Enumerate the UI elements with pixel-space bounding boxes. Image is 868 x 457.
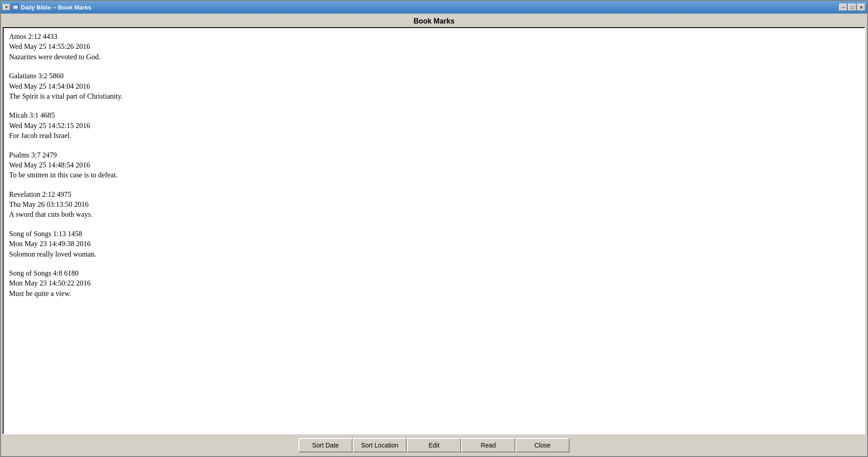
window-controls: ─ □ ✕ <box>839 4 865 11</box>
button-bar: Sort Date Sort Location Edit Read Close <box>1 434 867 456</box>
list-item[interactable]: Psalms 3:7 2479Wed May 25 14:48:54 2016T… <box>9 150 859 181</box>
edit-button[interactable]: Edit <box>407 438 461 452</box>
page-header: Book Marks <box>1 14 867 27</box>
bookmark-date: Thu May 26 03:13:50 2016 <box>9 200 859 209</box>
bookmark-note: Nazarites were devoted to God. <box>9 52 859 62</box>
bookmark-note: Must be quite a view. <box>9 289 859 299</box>
read-button[interactable]: Read <box>461 438 515 452</box>
close-button[interactable]: Close <box>515 438 570 452</box>
list-item[interactable]: Micah 3:1 4685Wed May 25 14:52:15 2016Fo… <box>9 110 859 141</box>
bookmark-date: Wed May 25 14:52:15 2016 <box>9 121 859 131</box>
list-item[interactable]: Song of Songs 1:13 1458Mon May 23 14:49:… <box>9 229 859 259</box>
bookmark-note: The Spirit is a vital part of Christiani… <box>9 91 859 101</box>
bookmark-note: A sword that cuts both ways. <box>9 209 859 219</box>
main-window: ▾ 📖 Daily Bible -- Book Marks ─ □ ✕ Book… <box>0 0 868 457</box>
bookmark-reference: Psalms 3:7 2479 <box>9 150 859 160</box>
list-item[interactable]: Galatians 3:2 5860Wed May 25 14:54:04 20… <box>9 71 859 101</box>
bookmark-note: For Jacob read Israel. <box>9 131 859 141</box>
bookmark-reference: Song of Songs 1:13 1458 <box>9 229 859 239</box>
bookmarks-list[interactable]: Amos 2:12 4433Wed May 25 14:55:26 2016Na… <box>3 27 865 434</box>
bookmark-reference: Galatians 3:2 5860 <box>9 71 859 81</box>
minimize-button[interactable]: ─ <box>839 4 847 11</box>
maximize-button[interactable]: □ <box>848 4 856 11</box>
bookmark-date: Mon May 23 14:49:38 2016 <box>9 239 859 249</box>
bookmark-date: Wed May 25 14:48:54 2016 <box>9 160 859 170</box>
title-bar: ▾ 📖 Daily Bible -- Book Marks ─ □ ✕ <box>1 1 867 14</box>
close-window-button[interactable]: ✕ <box>857 4 865 11</box>
title-bar-buttons: ▾ <box>3 4 10 10</box>
bookmark-note: Solomon really loved woman. <box>9 249 859 259</box>
app-icon: 📖 <box>12 4 19 11</box>
bookmark-note: To be smitten in this case is to defeat. <box>9 170 859 180</box>
list-item[interactable]: Revelation 2:12 4975Thu May 26 03:13:50 … <box>9 190 859 220</box>
page-title: Book Marks <box>414 17 455 25</box>
list-item[interactable]: Song of Songs 4:8 6180Mon May 23 14:50:2… <box>9 268 859 299</box>
list-item[interactable]: Amos 2:12 4433Wed May 25 14:55:26 2016Na… <box>9 32 859 62</box>
bookmark-reference: Amos 2:12 4433 <box>9 32 859 42</box>
bookmark-date: Wed May 25 14:54:04 2016 <box>9 81 859 91</box>
system-menu-button[interactable]: ▾ <box>3 4 10 10</box>
bookmark-reference: Micah 3:1 4685 <box>9 110 859 120</box>
bookmark-reference: Revelation 2:12 4975 <box>9 190 859 200</box>
bookmark-date: Mon May 23 14:50:22 2016 <box>9 278 859 288</box>
sort-location-button[interactable]: Sort Location <box>353 438 407 452</box>
window-title: Daily Bible -- Book Marks <box>21 4 837 11</box>
sort-date-button[interactable]: Sort Date <box>298 438 353 452</box>
bookmark-reference: Song of Songs 4:8 6180 <box>9 268 859 278</box>
bookmark-date: Wed May 25 14:55:26 2016 <box>9 42 859 52</box>
